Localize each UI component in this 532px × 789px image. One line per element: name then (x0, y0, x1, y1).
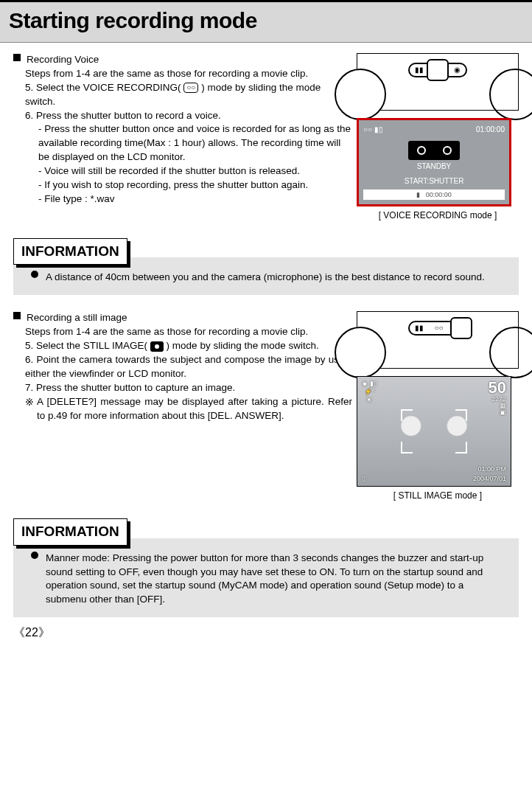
still-image-icon (150, 341, 164, 352)
voice-d3: - If you wish to stop recording, press t… (38, 178, 352, 192)
still-step7: 7. Press the shutter button to capture a… (25, 381, 352, 395)
flash-auto-icon: ⚡ᴬ (362, 388, 377, 396)
page-title: Starting recording mode (9, 5, 523, 36)
info-heading-1: INFORMATION (13, 238, 127, 265)
voice-d4: - File type : *.wav (38, 192, 352, 206)
mode-switch-knob (450, 317, 472, 339)
page-number: 《22》 (0, 625, 532, 650)
voice-lcd-counter: ▮ 00:00:00 (363, 190, 505, 200)
voice-intro: Steps from 1-4 are the same as those for… (25, 67, 352, 81)
video-mode-icon: ▮▮ (415, 65, 424, 75)
voice-lcd-time: 01:00:00 (476, 125, 505, 135)
info2-text: Manner mode: Pressing the power button f… (46, 552, 501, 608)
lcd-time: 01:00 PM (473, 465, 506, 474)
square-bullet-icon (13, 54, 21, 61)
mode-switch-diagram-2: ▮▮ ○○ ◉ (357, 311, 519, 369)
voice-caption: [ VOICE RECORDING mode ] (357, 209, 519, 222)
voice-d1: - Press the shutter button once and voic… (38, 122, 352, 164)
title-bar: Starting recording mode (0, 0, 532, 43)
still-intro: Steps from 1-4 are the same as those for… (25, 325, 352, 339)
lcd-date: 2004/07/01 (473, 474, 506, 484)
camera-mode-icon: ◉ (454, 65, 461, 75)
voice-mode-icon: ○○ (434, 323, 443, 333)
voice-d2: - Voice will still be recorded if the sh… (38, 164, 352, 178)
macro-icon: ❀ (362, 396, 377, 404)
metering-icon: ▣ (489, 409, 506, 416)
voice-lcd-icon: ○○ ▮▯ (363, 125, 383, 135)
tape-icon (408, 141, 460, 160)
voice-lcd-standby: STANDBY (363, 161, 505, 172)
voice-section: Recording Voice Steps from 1-4 are the s… (13, 53, 519, 222)
info1-text: A distance of 40cm between you and the c… (46, 271, 501, 285)
still-note: ※ A [DELETE?] message may be displayed a… (25, 395, 352, 423)
info-box-1: INFORMATION A distance of 40cm between y… (13, 238, 519, 295)
still-step5: 5. Select the STILL IMAGE( ) mode by sli… (25, 339, 352, 353)
still-caption: [ STILL IMAGE mode ] (357, 490, 519, 502)
card-icon: ▯ (362, 474, 365, 484)
voice-recording-icon: ○○ (183, 83, 198, 93)
info-box-2: INFORMATION Manner mode: Pressing the po… (13, 518, 519, 617)
voice-lcd-screen: ○○ ▮▯ 01:00:00 STANDBY START:SHUTTER ▮ 0… (357, 118, 511, 206)
still-lcd-screen: ◉ ▮▯ ⚡ᴬ ❀ 50 2272 ▦ ▣ (357, 376, 511, 487)
video-mode-icon: ▮▮ (415, 323, 424, 333)
round-bullet-icon (31, 552, 38, 559)
camera-mode-indicator-icon: ◉ ▮▯ (362, 380, 377, 388)
shots-remaining: 50 (489, 380, 506, 396)
voice-lcd-start: START:SHUTTER (363, 176, 505, 187)
mode-switch-knob (427, 59, 449, 81)
info-heading-2: INFORMATION (13, 518, 127, 546)
still-step6: 6. Point the camera towards the subject … (25, 353, 352, 381)
mode-switch-diagram: ▮▮ ○○ ◉ (357, 53, 519, 111)
voice-step5: 5. Select the VOICE RECORDING( ○○ ) mode… (25, 81, 352, 109)
still-heading: Recording a still image (27, 311, 127, 325)
voice-step6: 6. Press the shutter button to record a … (25, 109, 352, 123)
reference-mark-icon: ※ (25, 395, 37, 423)
still-section: Recording a still image Steps from 1-4 a… (13, 311, 519, 502)
square-bullet-icon (13, 312, 21, 319)
round-bullet-icon (31, 271, 38, 278)
voice-heading: Recording Voice (27, 53, 99, 67)
